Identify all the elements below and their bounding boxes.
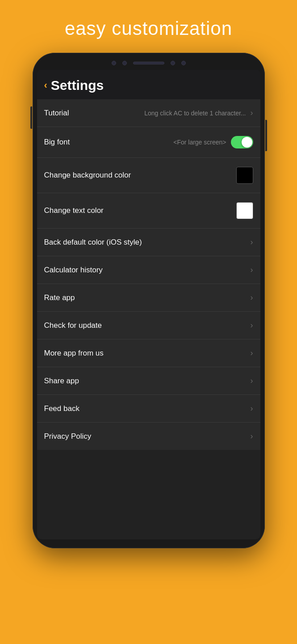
chevron-icon-rate_app: › (251, 293, 253, 302)
settings-label-privacy_policy: Privacy Policy (44, 432, 92, 441)
chevron-icon-tutorial: › (251, 108, 253, 118)
settings-item-more_app[interactable]: More app from us› (37, 339, 260, 367)
side-button-left (30, 106, 32, 129)
settings-title: Settings (51, 78, 104, 93)
settings-item-share_app[interactable]: Share app› (37, 367, 260, 395)
settings-item-back_default_color[interactable]: Back default color (iOS style)› (37, 229, 260, 256)
settings-label-feed_back: Feed back (44, 404, 79, 413)
settings-item-rate_app[interactable]: Rate app› (37, 284, 260, 312)
settings-label-calculator_history: Calculator history (44, 266, 103, 275)
settings-item-change_text_color[interactable]: Change text color (37, 193, 260, 229)
settings-subtitle-tutorial: Long click AC to delete 1 character... (144, 110, 246, 117)
toggle-knob-big_font (242, 137, 252, 148)
chevron-icon-calculator_history: › (251, 265, 253, 275)
camera-dot-left (112, 61, 116, 65)
color-swatch-change_background_color[interactable] (236, 167, 253, 184)
back-button[interactable]: ‹ (44, 80, 47, 91)
settings-item-feed_back[interactable]: Feed back› (37, 395, 260, 423)
settings-item-calculator_history[interactable]: Calculator history› (37, 256, 260, 284)
phone-screen: ‹ Settings TutorialLong click AC to dele… (37, 70, 260, 539)
settings-subtitle-big_font: <For large screen> (173, 139, 226, 146)
camera-dot-right (181, 61, 186, 65)
settings-label-share_app: Share app (44, 377, 79, 386)
chevron-icon-check_for_update: › (251, 321, 253, 330)
settings-item-change_background_color[interactable]: Change background color (37, 158, 260, 193)
settings-header: ‹ Settings (37, 70, 260, 99)
settings-label-change_text_color: Change text color (44, 206, 104, 215)
phone-frame: ‹ Settings TutorialLong click AC to dele… (33, 53, 265, 548)
chevron-icon-feed_back: › (251, 404, 253, 413)
chevron-icon-back_default_color: › (251, 237, 253, 247)
settings-label-more_app: More app from us (44, 349, 104, 358)
settings-item-check_for_update[interactable]: Check for update› (37, 312, 260, 339)
side-button-right (265, 120, 267, 151)
camera-dot-center (122, 61, 127, 65)
chevron-icon-privacy_policy: › (251, 432, 253, 441)
settings-label-change_background_color: Change background color (44, 171, 131, 180)
chevron-icon-share_app: › (251, 376, 253, 386)
settings-item-tutorial[interactable]: TutorialLong click AC to delete 1 charac… (37, 99, 260, 127)
color-swatch-change_text_color[interactable] (236, 202, 253, 219)
settings-label-rate_app: Rate app (44, 293, 75, 302)
settings-label-back_default_color: Back default color (iOS style) (44, 238, 142, 247)
settings-label-check_for_update: Check for update (44, 321, 102, 330)
settings-item-privacy_policy[interactable]: Privacy Policy› (37, 423, 260, 450)
settings-list: TutorialLong click AC to delete 1 charac… (37, 99, 260, 450)
page-title: easy customization (65, 18, 232, 39)
settings-label-big_font: Big font (44, 138, 70, 147)
phone-top-bar (37, 61, 260, 65)
speaker-bar (133, 62, 164, 64)
sensor-dot (171, 61, 175, 65)
settings-label-tutorial: Tutorial (44, 109, 69, 118)
chevron-icon-more_app: › (251, 348, 253, 358)
settings-item-big_font[interactable]: Big font<For large screen> (37, 127, 260, 158)
toggle-big_font[interactable] (231, 136, 253, 148)
